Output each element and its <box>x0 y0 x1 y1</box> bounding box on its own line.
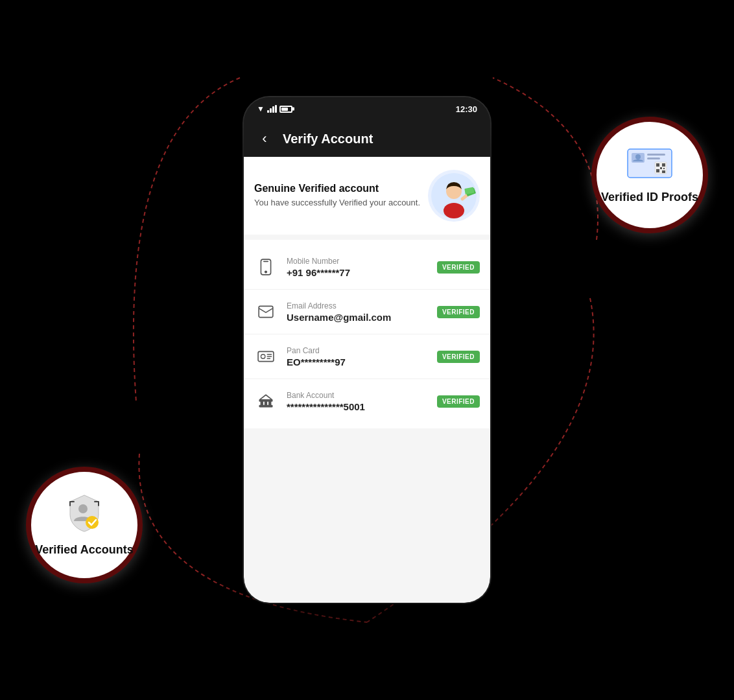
svg-rect-13 <box>662 170 665 173</box>
verified-accounts-icon <box>64 493 105 539</box>
banner-heading: Genuine Verified account <box>254 183 420 194</box>
bank-verified-badge: VERIFIED <box>437 395 480 408</box>
svg-point-1 <box>86 516 99 529</box>
app-content: Genuine Verified account You have succes… <box>244 157 490 603</box>
svg-rect-10 <box>656 169 659 172</box>
verified-accounts-circle: Verified Accounts <box>26 467 143 583</box>
pan-details: Pan Card EO*********97 <box>287 346 428 368</box>
banner-avatar <box>428 170 480 222</box>
bank-verification-item: Bank Account ***************5001 VERIFIE… <box>244 379 490 423</box>
verified-banner: Genuine Verified account You have succes… <box>244 157 490 235</box>
svg-point-0 <box>78 504 88 513</box>
email-verified-badge: VERIFIED <box>437 306 480 318</box>
wifi-icon: ▼ <box>257 104 265 113</box>
mobile-details: Mobile Number +91 96******77 <box>287 257 428 278</box>
back-button[interactable]: ‹ <box>254 128 275 149</box>
mobile-icon <box>254 255 278 279</box>
app-header: ‹ Verify Account <box>244 121 490 157</box>
phone-mockup: ▼ 12:30 ‹ Verify Account <box>244 97 490 603</box>
verified-id-proofs-circle: Verified ID Proofs <box>591 117 708 233</box>
svg-rect-22 <box>259 306 273 317</box>
mobile-value: +91 96******77 <box>287 267 428 278</box>
right-circle-label: Verified ID Proofs <box>601 191 698 205</box>
mobile-label: Mobile Number <box>287 257 428 266</box>
banner-text: Genuine Verified account You have succes… <box>254 183 420 209</box>
svg-rect-31 <box>269 401 271 406</box>
email-icon <box>254 300 278 323</box>
svg-rect-8 <box>656 163 659 167</box>
svg-rect-9 <box>662 163 665 167</box>
status-bar: ▼ 12:30 <box>244 97 490 121</box>
svg-rect-29 <box>261 401 263 406</box>
svg-point-20 <box>265 271 267 273</box>
svg-rect-32 <box>259 406 272 407</box>
battery-icon <box>279 106 292 113</box>
pan-icon <box>254 345 278 368</box>
svg-rect-6 <box>647 158 660 159</box>
battery-fill <box>281 108 289 111</box>
bank-value: ***************5001 <box>287 401 428 412</box>
svg-rect-11 <box>660 167 662 169</box>
verified-id-icon <box>626 145 673 187</box>
banner-subtext: You have successfully Verified your acco… <box>254 197 420 209</box>
mobile-verification-item: Mobile Number +91 96******77 VERIFIED <box>244 245 490 290</box>
verification-list: Mobile Number +91 96******77 VERIFIED <box>244 240 490 428</box>
phone-frame: ▼ 12:30 ‹ Verify Account <box>244 97 490 603</box>
mobile-verified-badge: VERIFIED <box>437 261 480 274</box>
svg-point-15 <box>444 203 464 218</box>
left-circle-label: Verified Accounts <box>35 543 133 557</box>
svg-point-4 <box>635 154 641 159</box>
status-time: 12:30 <box>456 104 477 114</box>
svg-point-24 <box>261 355 265 359</box>
email-label: Email Address <box>287 301 428 310</box>
email-details: Email Address Username@gmail.com <box>287 301 428 323</box>
pan-verified-badge: VERIFIED <box>437 351 480 363</box>
status-icons: ▼ <box>257 104 292 113</box>
svg-rect-12 <box>663 168 665 169</box>
bank-icon <box>254 390 278 413</box>
app-title: Verify Account <box>283 132 373 146</box>
signal-icon <box>267 105 277 113</box>
pan-verification-item: Pan Card EO*********97 VERIFIED <box>244 334 490 379</box>
svg-rect-5 <box>647 154 665 156</box>
bank-label: Bank Account <box>287 391 428 400</box>
bank-details: Bank Account ***************5001 <box>287 391 428 412</box>
svg-rect-30 <box>265 401 267 406</box>
pan-label: Pan Card <box>287 346 428 355</box>
email-value: Username@gmail.com <box>287 312 428 323</box>
email-verification-item: Email Address Username@gmail.com VERIFIE… <box>244 290 490 334</box>
pan-value: EO*********97 <box>287 356 428 368</box>
